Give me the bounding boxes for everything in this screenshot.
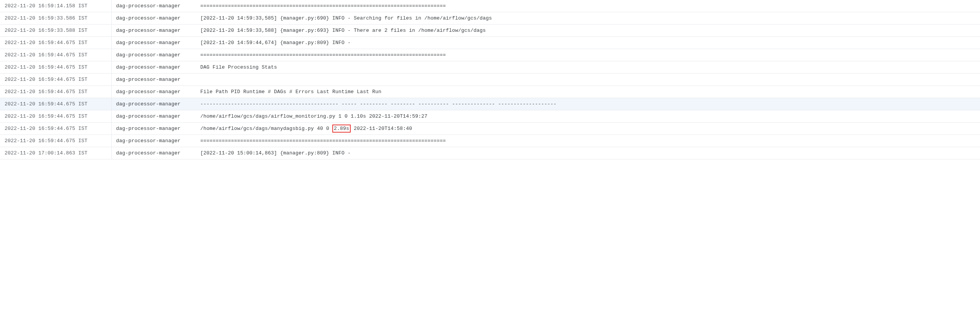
log-message bbox=[196, 74, 980, 86]
log-timestamp: 2022-11-20 16:59:14.158 IST bbox=[0, 0, 111, 12]
highlight-box: 2.89s bbox=[332, 125, 351, 133]
log-message: DAG File Processing Stats bbox=[196, 61, 980, 74]
log-timestamp: 2022-11-20 16:59:44.675 IST bbox=[0, 123, 111, 135]
log-timestamp: 2022-11-20 16:59:33.588 IST bbox=[0, 25, 111, 37]
log-source: dag-processor-manager bbox=[111, 37, 196, 49]
log-message-prefix: /home/airflow/gcs/dags/manydagsbig.py 40… bbox=[200, 126, 332, 131]
log-timestamp: 2022-11-20 16:59:44.675 IST bbox=[0, 49, 111, 61]
log-timestamp: 2022-11-20 16:59:44.675 IST bbox=[0, 61, 111, 74]
log-source: dag-processor-manager bbox=[111, 61, 196, 74]
log-timestamp: 2022-11-20 16:59:44.675 IST bbox=[0, 86, 111, 98]
log-message: ========================================… bbox=[196, 0, 980, 12]
log-row[interactable]: 2022-11-20 16:59:44.675 ISTdag-processor… bbox=[0, 98, 980, 110]
log-timestamp: 2022-11-20 16:59:44.675 IST bbox=[0, 37, 111, 49]
log-row[interactable]: 2022-11-20 16:59:33.588 ISTdag-processor… bbox=[0, 25, 980, 37]
log-message: /home/airflow/gcs/dags/manydagsbig.py 40… bbox=[196, 123, 980, 135]
log-timestamp: 2022-11-20 16:59:44.675 IST bbox=[0, 98, 111, 110]
log-timestamp: 2022-11-20 16:59:33.586 IST bbox=[0, 12, 111, 25]
log-message: ========================================… bbox=[196, 135, 980, 147]
log-message: [2022-11-20 14:59:44,674] {manager.py:80… bbox=[196, 37, 980, 49]
log-source: dag-processor-manager bbox=[111, 0, 196, 12]
log-row[interactable]: 2022-11-20 17:00:14.863 ISTdag-processor… bbox=[0, 147, 980, 159]
log-row[interactable]: 2022-11-20 16:59:14.158 ISTdag-processor… bbox=[0, 0, 980, 12]
log-source: dag-processor-manager bbox=[111, 110, 196, 123]
log-source: dag-processor-manager bbox=[111, 98, 196, 110]
log-source: dag-processor-manager bbox=[111, 12, 196, 25]
log-table: 2022-11-20 16:59:14.158 ISTdag-processor… bbox=[0, 0, 980, 159]
log-row[interactable]: 2022-11-20 16:59:44.675 ISTdag-processor… bbox=[0, 49, 980, 61]
log-source: dag-processor-manager bbox=[111, 86, 196, 98]
log-timestamp: 2022-11-20 16:59:44.675 IST bbox=[0, 110, 111, 123]
log-source: dag-processor-manager bbox=[111, 25, 196, 37]
log-source: dag-processor-manager bbox=[111, 74, 196, 86]
log-row[interactable]: 2022-11-20 16:59:44.675 ISTdag-processor… bbox=[0, 86, 980, 98]
log-source: dag-processor-manager bbox=[111, 49, 196, 61]
log-source: dag-processor-manager bbox=[111, 147, 196, 159]
log-row[interactable]: 2022-11-20 16:59:33.586 ISTdag-processor… bbox=[0, 12, 980, 25]
log-row[interactable]: 2022-11-20 16:59:44.675 ISTdag-processor… bbox=[0, 110, 980, 123]
log-row[interactable]: 2022-11-20 16:59:44.675 ISTdag-processor… bbox=[0, 74, 980, 86]
log-timestamp: 2022-11-20 16:59:44.675 IST bbox=[0, 74, 111, 86]
log-message: [2022-11-20 14:59:33,585] {manager.py:69… bbox=[196, 12, 980, 25]
log-row[interactable]: 2022-11-20 16:59:44.675 ISTdag-processor… bbox=[0, 37, 980, 49]
log-table-body: 2022-11-20 16:59:14.158 ISTdag-processor… bbox=[0, 0, 980, 159]
log-row[interactable]: 2022-11-20 16:59:44.675 ISTdag-processor… bbox=[0, 135, 980, 147]
log-message: File Path PID Runtime # DAGs # Errors La… bbox=[196, 86, 980, 98]
log-row[interactable]: 2022-11-20 16:59:44.675 ISTdag-processor… bbox=[0, 123, 980, 135]
log-source: dag-processor-manager bbox=[111, 135, 196, 147]
log-timestamp: 2022-11-20 17:00:14.863 IST bbox=[0, 147, 111, 159]
log-source: dag-processor-manager bbox=[111, 123, 196, 135]
log-message: [2022-11-20 15:00:14,863] {manager.py:80… bbox=[196, 147, 980, 159]
log-row[interactable]: 2022-11-20 16:59:44.675 ISTdag-processor… bbox=[0, 61, 980, 74]
log-message: [2022-11-20 14:59:33,588] {manager.py:69… bbox=[196, 25, 980, 37]
log-message: /home/airflow/gcs/dags/airflow_monitorin… bbox=[196, 110, 980, 123]
log-message: ----------------------------------------… bbox=[196, 98, 980, 110]
log-message: ========================================… bbox=[196, 49, 980, 61]
log-message-suffix: 2022-11-20T14:58:40 bbox=[351, 126, 412, 131]
log-timestamp: 2022-11-20 16:59:44.675 IST bbox=[0, 135, 111, 147]
